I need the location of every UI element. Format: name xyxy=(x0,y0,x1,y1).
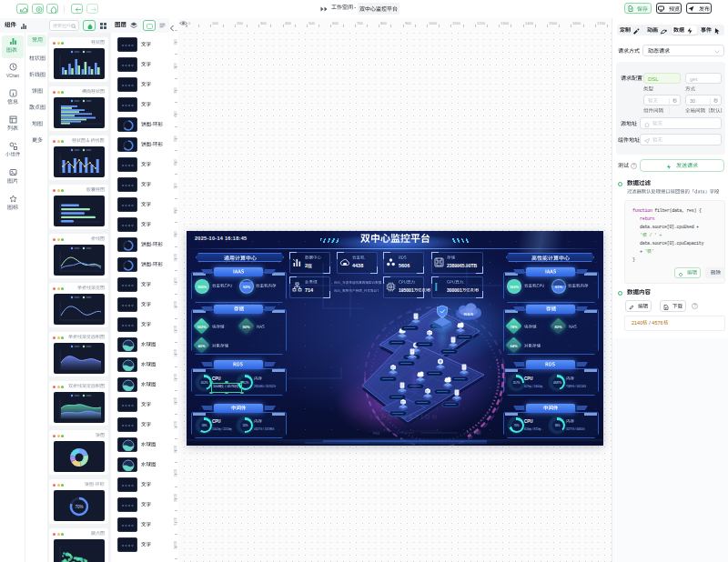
svg-text:?: ? xyxy=(632,164,635,168)
svg-text:FN1: FN1 xyxy=(373,431,380,436)
svg-text:70%: 70% xyxy=(75,505,83,509)
svg-text:?: ? xyxy=(693,304,696,308)
svg-text:WAN: WAN xyxy=(464,312,474,316)
svg-text:INFORMATION: INFORMATION xyxy=(370,414,439,420)
